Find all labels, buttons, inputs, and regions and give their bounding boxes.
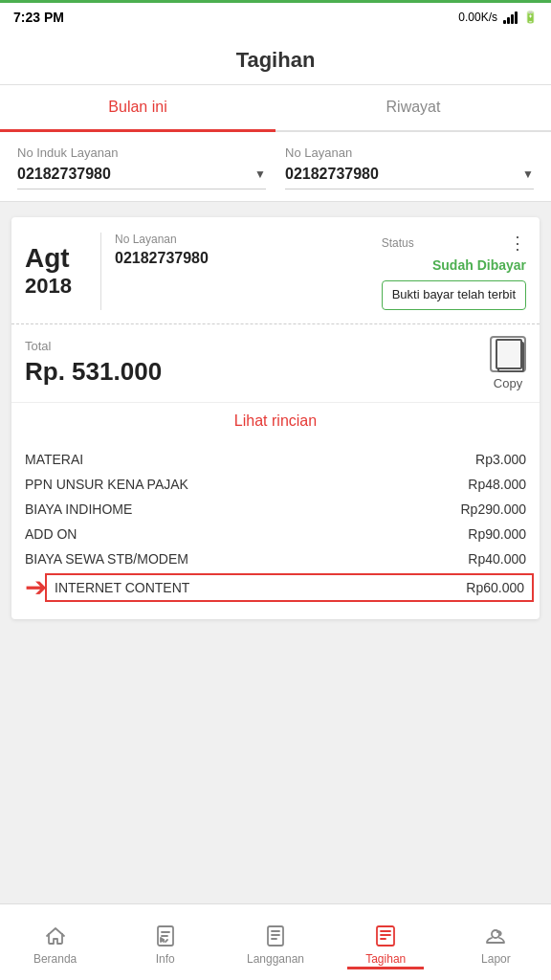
red-arrow-icon: ➔: [25, 574, 47, 601]
detail-value: Rp48.000: [468, 477, 526, 492]
info-icon: [153, 924, 178, 948]
card-top-section: Agt 2018 No Layanan 02182737980 Status ⋮…: [11, 217, 540, 324]
arrow-annotation: ➔ INTERNET CONTENT Rp60.000: [25, 571, 526, 604]
nav-label-langganan: Langganan: [247, 952, 304, 966]
nav-label-info: Info: [156, 952, 175, 966]
month-name: Agt: [25, 244, 87, 274]
status-value: Sudah Dibayar: [432, 257, 526, 273]
copy-label: Copy: [494, 376, 522, 390]
service-number: 02182737980: [115, 250, 382, 267]
bill-card: Agt 2018 No Layanan 02182737980 Status ⋮…: [11, 217, 540, 619]
nav-active-indicator: [347, 967, 424, 969]
menu-dots-icon[interactable]: ⋮: [509, 233, 526, 254]
network-speed: 0.00K/s: [458, 11, 497, 24]
no-induk-col: No Induk Layanan 02182737980 ▼: [17, 145, 266, 189]
detail-item: BIAYA INDIHOME Rp290.000: [25, 497, 526, 522]
status-bar: 7:23 PM 0.00K/s 🔋: [0, 0, 551, 34]
main-content: Agt 2018 No Layanan 02182737980 Status ⋮…: [0, 202, 551, 711]
lapor-icon: [483, 924, 508, 948]
nav-item-langganan[interactable]: Langganan: [220, 916, 330, 969]
detail-item: ADD ON Rp90.000: [25, 522, 526, 546]
no-layanan-select[interactable]: 02182737980 ▼: [285, 166, 534, 189]
no-induk-arrow-icon: ▼: [254, 167, 266, 181]
detail-item: PPN UNSUR KENA PAJAK Rp48.000: [25, 472, 526, 497]
detail-label: ADD ON: [25, 526, 77, 542]
no-induk-value: 02182737980: [17, 166, 111, 183]
nav-item-info[interactable]: Info: [110, 916, 220, 969]
copy-button[interactable]: Copy: [490, 336, 526, 390]
battery-icon: 🔋: [523, 11, 538, 24]
signal-icon: [503, 11, 518, 24]
tab-bar: Bulan ini Riwayat: [0, 85, 551, 132]
detail-label: MATERAI: [25, 452, 83, 467]
card-status-header: Status ⋮: [382, 233, 526, 254]
svg-rect-1: [499, 346, 513, 364]
detail-label: BIAYA SEWA STB/MODEM: [25, 551, 188, 567]
bukti-btn[interactable]: Bukti bayar telah terbit: [382, 280, 526, 310]
no-layanan-arrow-icon: ▼: [522, 167, 534, 181]
langganan-icon: [263, 924, 288, 948]
card-month: Agt 2018: [25, 233, 101, 310]
copy-svg-icon: [497, 342, 518, 367]
nav-label-beranda: Beranda: [33, 952, 77, 966]
detail-value: Rp3.000: [475, 452, 526, 467]
status-time: 7:23 PM: [13, 10, 64, 25]
detail-label: BIAYA INDIHOME: [25, 501, 132, 517]
total-amount: Rp. 531.000: [25, 357, 490, 387]
home-icon: [43, 924, 68, 948]
page-title: Tagihan: [236, 48, 316, 72]
copy-icon: [490, 336, 526, 372]
detail-item: INTERNET CONTENT Rp60.000: [45, 573, 534, 602]
lihat-rincian-btn[interactable]: Lihat rincian: [11, 403, 540, 439]
no-layanan-col: No Layanan 02182737980 ▼: [285, 145, 534, 189]
detail-value: Rp40.000: [468, 551, 526, 567]
status-right: 0.00K/s 🔋: [458, 11, 538, 24]
detail-item: MATERAI Rp3.000: [25, 447, 526, 472]
card-total-section: Total Rp. 531.000: [25, 339, 490, 387]
detail-value: Rp60.000: [466, 580, 524, 595]
no-layanan-value: 02182737980: [285, 166, 379, 183]
no-induk-select[interactable]: 02182737980 ▼: [17, 166, 266, 189]
svg-rect-0: [501, 345, 515, 362]
tab-riwayat[interactable]: Riwayat: [276, 85, 551, 132]
app-header: Tagihan: [0, 34, 551, 85]
nav-item-beranda[interactable]: Beranda: [0, 916, 110, 969]
detail-value: Rp290.000: [460, 501, 526, 517]
service-label: No Layanan: [115, 233, 382, 246]
svg-rect-9: [268, 926, 283, 946]
detail-list: MATERAI Rp3.000PPN UNSUR KENA PAJAK Rp48…: [11, 439, 540, 619]
nav-label-tagihan: Tagihan: [365, 952, 406, 966]
tagihan-icon: [373, 924, 398, 948]
detail-item: BIAYA SEWA STB/MODEM Rp40.000: [25, 546, 526, 571]
nav-item-lapor[interactable]: Lapor: [441, 916, 551, 969]
detail-label: INTERNET CONTENT: [55, 580, 189, 595]
status-label: Status: [382, 236, 414, 250]
nav-label-lapor: Lapor: [481, 952, 511, 966]
no-layanan-label: No Layanan: [285, 145, 534, 160]
bottom-nav: Beranda Info Langganan Tagihan Lapor: [0, 903, 551, 980]
card-status-col: Status ⋮ Sudah Dibayar Bukti bayar telah…: [382, 233, 526, 310]
month-year: 2018: [25, 274, 87, 299]
detail-label: PPN UNSUR KENA PAJAK: [25, 477, 188, 492]
svg-rect-13: [377, 926, 394, 946]
nav-item-tagihan[interactable]: Tagihan: [331, 916, 441, 969]
detail-value: Rp90.000: [468, 526, 526, 542]
tab-bulan-ini[interactable]: Bulan ini: [0, 85, 276, 132]
card-middle-section: Total Rp. 531.000 Copy: [11, 324, 540, 403]
total-label: Total: [25, 339, 490, 353]
no-induk-label: No Induk Layanan: [17, 145, 266, 160]
card-service-info: No Layanan 02182737980: [115, 233, 382, 310]
filter-row: No Induk Layanan 02182737980 ▼ No Layana…: [0, 132, 551, 202]
